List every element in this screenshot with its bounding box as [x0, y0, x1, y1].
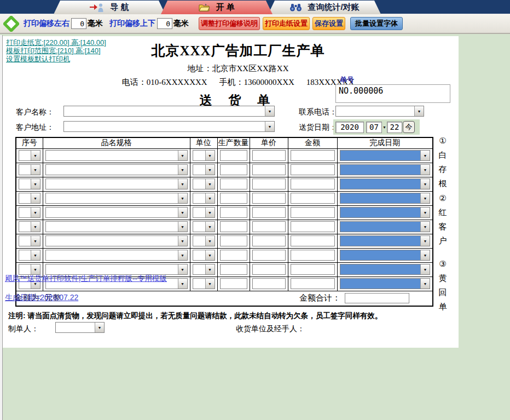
offset-lr-input[interactable]	[71, 18, 86, 29]
seq-select[interactable]: ▼	[19, 179, 40, 189]
dropdown-arrow-icon[interactable]: ▼	[178, 179, 187, 189]
quantity-input[interactable]	[220, 278, 247, 289]
dropdown-arrow-icon[interactable]: ▼	[31, 208, 40, 217]
dropdown-arrow-icon[interactable]: ▼	[31, 236, 40, 246]
unit-select[interactable]: ▼	[193, 164, 215, 175]
product-spec-select[interactable]: ▼	[45, 235, 188, 246]
dropdown-arrow-icon[interactable]: ▼	[178, 165, 187, 175]
tab-billing[interactable]: 开 单	[161, 1, 273, 14]
dropdown-arrow-icon[interactable]: ▼	[205, 222, 215, 232]
adjust-offset-help-button[interactable]: 调整打印偏移说明	[199, 17, 260, 30]
dropdown-arrow-icon[interactable]: ▼	[31, 151, 40, 160]
unit-select[interactable]: ▼	[193, 221, 215, 232]
price-input[interactable]	[252, 250, 286, 261]
dropdown-arrow-icon[interactable]: ▼	[420, 264, 430, 274]
date-day-field[interactable]: 22	[387, 122, 402, 133]
finish-date-select[interactable]: ▼	[340, 179, 431, 189]
product-spec-select[interactable]: ▼	[45, 193, 188, 204]
dropdown-arrow-icon[interactable]: ▼	[265, 106, 274, 116]
finish-date-select[interactable]: ▼	[340, 278, 431, 289]
dropdown-arrow-icon[interactable]: ▼	[205, 151, 215, 160]
dropdown-arrow-icon[interactable]: ▼	[420, 151, 430, 160]
price-input[interactable]	[252, 278, 286, 289]
dropdown-arrow-icon[interactable]: ▼	[420, 165, 430, 175]
finish-date-select[interactable]: ▼	[340, 207, 431, 218]
dropdown-arrow-icon[interactable]: ▼	[420, 250, 430, 260]
quantity-input[interactable]	[220, 179, 247, 189]
seq-select[interactable]: ▼	[19, 164, 40, 175]
maker-select[interactable]: ▼	[55, 322, 105, 333]
quantity-input[interactable]	[220, 150, 247, 161]
price-input[interactable]	[252, 207, 286, 218]
today-button[interactable]: 今	[403, 121, 415, 133]
unit-select[interactable]: ▼	[193, 179, 215, 189]
save-settings-button[interactable]: 保存设置	[312, 17, 345, 30]
seq-select[interactable]: ▼	[19, 150, 40, 161]
finish-date-select[interactable]: ▼	[340, 150, 431, 161]
quantity-input[interactable]	[220, 207, 247, 218]
quantity-input[interactable]	[220, 250, 247, 261]
dropdown-arrow-icon[interactable]: ▼	[420, 279, 430, 289]
amount-input[interactable]	[291, 150, 335, 161]
order-no-field[interactable]: NO.000006	[335, 84, 450, 103]
seq-select[interactable]: ▼	[19, 235, 40, 246]
amount-input[interactable]	[291, 221, 335, 232]
amount-input[interactable]	[291, 179, 335, 189]
dropdown-arrow-icon[interactable]: ▼	[420, 236, 430, 246]
dropdown-arrow-icon[interactable]: ▼	[31, 264, 40, 274]
contact-phone-select[interactable]: ▼	[335, 106, 424, 117]
unit-select[interactable]: ▼	[193, 150, 215, 161]
seq-select[interactable]: ▼	[19, 193, 40, 204]
unit-select[interactable]: ▼	[193, 278, 215, 289]
quantity-input[interactable]	[220, 193, 247, 204]
dropdown-arrow-icon[interactable]: ▼	[178, 264, 187, 274]
finish-date-select[interactable]: ▼	[340, 250, 431, 261]
dropdown-arrow-icon[interactable]: ▼	[205, 250, 215, 260]
product-spec-select[interactable]: ▼	[45, 179, 188, 189]
quantity-input[interactable]	[220, 235, 247, 246]
customer-address-select[interactable]: ▼	[63, 121, 275, 132]
quantity-input[interactable]	[220, 264, 247, 275]
tab-query-statistics[interactable]: 查询统计/对账	[268, 1, 381, 14]
product-spec-select[interactable]: ▼	[45, 250, 188, 261]
finish-date-select[interactable]: ▼	[340, 193, 431, 204]
price-input[interactable]	[252, 179, 286, 189]
amount-input[interactable]	[291, 207, 335, 218]
dropdown-arrow-icon[interactable]: ▼	[205, 236, 215, 246]
customer-name-select[interactable]: ▼	[63, 106, 275, 117]
date-year-field[interactable]: 2020	[335, 122, 364, 133]
product-spec-select[interactable]: ▼	[45, 164, 188, 175]
dropdown-arrow-icon[interactable]: ▼	[31, 250, 40, 260]
amount-input[interactable]	[291, 235, 335, 246]
finish-date-select[interactable]: ▼	[340, 221, 431, 232]
tab-navigation[interactable]: 导 航	[54, 1, 165, 14]
product-spec-select[interactable]: ▼	[45, 264, 188, 275]
dropdown-arrow-icon[interactable]: ▼	[31, 165, 40, 175]
price-input[interactable]	[252, 164, 286, 175]
product-spec-select[interactable]: ▼	[45, 221, 188, 232]
product-spec-select[interactable]: ▼	[45, 150, 188, 161]
dropdown-arrow-icon[interactable]: ▼	[178, 222, 187, 232]
dropdown-arrow-icon[interactable]: ▼	[178, 250, 187, 260]
finish-date-select[interactable]: ▼	[340, 235, 431, 246]
dropdown-arrow-icon[interactable]: ▼	[205, 264, 215, 274]
dropdown-arrow-icon[interactable]: ▼	[178, 236, 187, 246]
price-input[interactable]	[252, 235, 286, 246]
total-amount-input[interactable]	[345, 293, 409, 303]
dropdown-arrow-icon[interactable]: ▼	[420, 179, 430, 189]
date-month-field[interactable]: 07	[366, 122, 382, 133]
finish-date-select[interactable]: ▼	[340, 164, 431, 175]
quantity-input[interactable]	[220, 221, 247, 232]
amount-input[interactable]	[291, 264, 335, 275]
dropdown-arrow-icon[interactable]: ▼	[178, 208, 187, 217]
dropdown-arrow-icon[interactable]: ▼	[31, 193, 40, 203]
price-input[interactable]	[252, 264, 286, 275]
seq-select[interactable]: ▼	[19, 264, 40, 275]
dropdown-arrow-icon[interactable]: ▼	[420, 193, 430, 203]
unit-select[interactable]: ▼	[193, 250, 215, 261]
amount-input[interactable]	[291, 250, 335, 261]
dropdown-arrow-icon[interactable]: ▼	[420, 208, 430, 217]
unit-select[interactable]: ▼	[193, 235, 215, 246]
price-input[interactable]	[252, 193, 286, 204]
dropdown-arrow-icon[interactable]: ▼	[31, 222, 40, 232]
